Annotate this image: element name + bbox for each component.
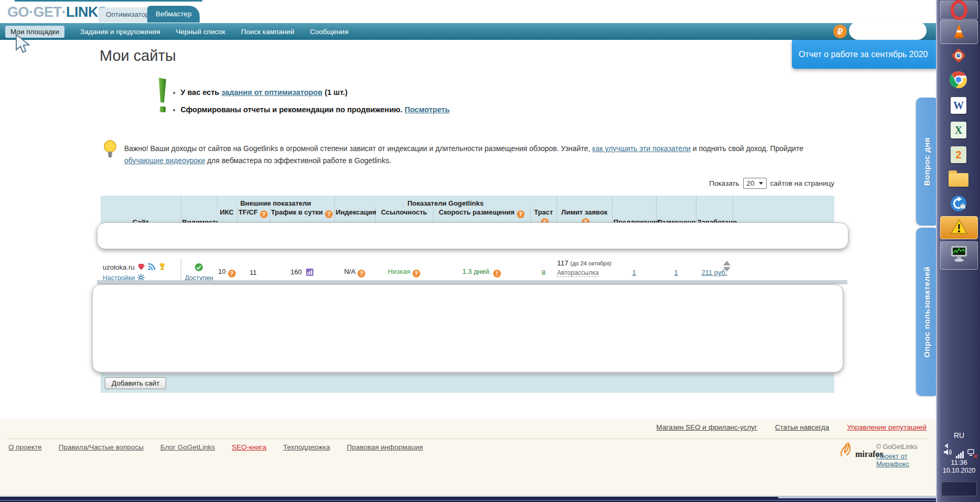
col-header-offers: Предложения: [612, 196, 656, 226]
chrome-icon: [950, 71, 967, 91]
nav-item-tasks-offers[interactable]: Задания и предложения: [80, 28, 160, 36]
help-icon[interactable]: ?: [325, 210, 333, 218]
sort-arrows[interactable]: [723, 261, 731, 272]
folder-icon: [949, 173, 968, 187]
chevron-down-icon: [759, 182, 763, 185]
fox-icon: [837, 441, 852, 459]
language-indicator[interactable]: RU: [937, 431, 980, 440]
footer-link-rules[interactable]: Правила/Частые вопросы: [59, 443, 144, 451]
stats-icon[interactable]: [306, 270, 313, 277]
report-banner[interactable]: Отчет о работе за сентябрь 2020: [792, 40, 937, 69]
optimizer-tasks-link[interactable]: задания от оптимизаторов: [221, 88, 322, 97]
word-icon: W: [951, 97, 966, 114]
nav-item-blacklist[interactable]: Черный список: [176, 28, 225, 36]
system-tray: ✕: [941, 449, 978, 458]
improve-metrics-link[interactable]: как улучшить эти показатели: [592, 144, 691, 153]
help-icon[interactable]: ?: [517, 210, 525, 218]
placed-link[interactable]: 1: [674, 269, 678, 276]
blocked-content-panel: [92, 284, 843, 372]
nav-item-my-sites[interactable]: Мои площадки: [5, 26, 64, 38]
opera-icon: [951, 0, 967, 20]
video-lessons-link[interactable]: обучающие видеоуроки: [124, 156, 205, 165]
help-icon[interactable]: ?: [357, 270, 365, 277]
help-icon[interactable]: ?: [228, 270, 236, 277]
window-edge-highlight: [778, 496, 936, 498]
tab-webmaster[interactable]: Вебмастер: [147, 6, 200, 23]
footer-divider: [7, 439, 928, 439]
exclamation-icon: [155, 77, 169, 118]
page-size-control: Показать 20 сайтов на страницу: [689, 178, 834, 189]
clock-date[interactable]: 10.10.2020: [937, 467, 980, 474]
ruble-icon: ₽: [833, 25, 847, 38]
footer-link-seo-shop[interactable]: Магазин SEO и фриланс-услуг: [656, 423, 757, 431]
nav-item-campaign-search[interactable]: Поиск кампаний: [241, 28, 295, 36]
footer-link-legal[interactable]: Правовая информация: [347, 443, 423, 451]
opera-taskbar-button[interactable]: [940, 1, 978, 19]
sort-up-icon[interactable]: [723, 261, 731, 265]
row-separator: [97, 280, 847, 284]
warning-taskbar-button[interactable]: [940, 216, 978, 239]
warning-badge-icon[interactable]: !: [493, 270, 501, 277]
gogetlinks-logo: GO·GET·LINKS: [7, 4, 107, 20]
2gis-icon: 2: [951, 146, 966, 163]
2gis-taskbar-button[interactable]: 2: [940, 145, 977, 164]
footer-link-seo-book[interactable]: SEO-книга: [232, 443, 266, 451]
add-site-button[interactable]: Добавить сайт: [105, 377, 166, 389]
rss-icon[interactable]: [148, 263, 156, 272]
excel-taskbar-button[interactable]: X: [940, 121, 977, 140]
excel-icon: X: [951, 122, 966, 138]
col-header-visibility: Видимость: [181, 196, 217, 226]
lightbulb-icon: [103, 140, 117, 165]
vlc-taskbar-button[interactable]: [940, 20, 978, 44]
user-survey-tab[interactable]: Опрос пользователей: [916, 228, 937, 396]
offers-link[interactable]: 1: [632, 269, 636, 276]
alerts-list: •У вас есть задания от оптимизаторов (1 …: [173, 84, 450, 119]
sync-taskbar-button[interactable]: [940, 195, 977, 214]
add-site-bar: Добавить сайт: [101, 373, 834, 393]
blocked-banner-panel: [97, 222, 848, 249]
balance-input[interactable]: [849, 22, 927, 40]
footer-link-blog[interactable]: Блог GoGetLinks: [160, 443, 215, 451]
show-desktop-button[interactable]: [941, 482, 977, 496]
tabs-top-line: [15, 0, 202, 2]
mirafox-project-link[interactable]: Проект от Мирафокс: [876, 452, 909, 468]
sync-icon: [950, 195, 967, 214]
question-of-day-tab[interactable]: Вопрос дня: [916, 98, 937, 226]
footer-top-links: Магазин SEO и фриланс-услуг Статьи навсе…: [656, 423, 927, 431]
footer-bottom-links: О проекте Правила/Частые вопросы Блог Go…: [8, 443, 423, 451]
sort-down-icon[interactable]: [723, 267, 731, 272]
word-taskbar-button[interactable]: W: [940, 96, 977, 115]
footer-link-reputation[interactable]: Управление репутацией: [847, 423, 927, 431]
col-header-limit: Лимит заявок?: [557, 196, 612, 226]
col-header-site: Сайт: [101, 196, 181, 226]
copyright: © GoGetLinks: [876, 443, 918, 451]
mouse-cursor-icon: [15, 34, 34, 58]
help-icon[interactable]: ?: [260, 210, 268, 218]
col-header-placed: Размещено: [656, 196, 696, 226]
volume-icon[interactable]: [943, 448, 952, 458]
clock-time[interactable]: 11:36: [937, 458, 980, 466]
image-viewer-taskbar-button[interactable]: [940, 47, 977, 66]
gem-icon[interactable]: [137, 263, 145, 272]
folder-taskbar-button[interactable]: [940, 171, 977, 189]
chrome-taskbar-button[interactable]: [940, 71, 977, 91]
nav-item-messages[interactable]: Сообщения: [310, 28, 348, 36]
task-manager-icon: [949, 245, 969, 266]
help-icon[interactable]: ?: [412, 270, 420, 277]
footer-link-about[interactable]: О проекте: [8, 443, 42, 451]
footer-link-articles[interactable]: Статьи навсегда: [775, 423, 829, 431]
view-reports-link[interactable]: Посмотреть: [405, 105, 450, 114]
footer: Магазин SEO и фриланс-услуг Статьи навсе…: [0, 419, 936, 497]
footer-link-support[interactable]: Техподдержка: [283, 443, 330, 451]
page-size-select[interactable]: 20: [743, 178, 767, 189]
site-name: uzotoka.ru: [103, 263, 135, 271]
task-manager-taskbar-button[interactable]: [940, 241, 978, 270]
col-header-earned: Заработано: [696, 196, 733, 226]
important-notice: Важно! Ваши доходы от сайтов на Gogetlin…: [124, 143, 808, 167]
signal-bars-icon[interactable]: [956, 451, 964, 458]
check-circle-icon: [182, 263, 217, 274]
vlc-icon: [951, 23, 967, 41]
trophy-icon[interactable]: [158, 263, 166, 272]
network-error-icon[interactable]: ✕: [967, 449, 976, 458]
windows-taskbar: W X 2 RU ✕ 11:36 10.10.2020: [936, 0, 980, 502]
